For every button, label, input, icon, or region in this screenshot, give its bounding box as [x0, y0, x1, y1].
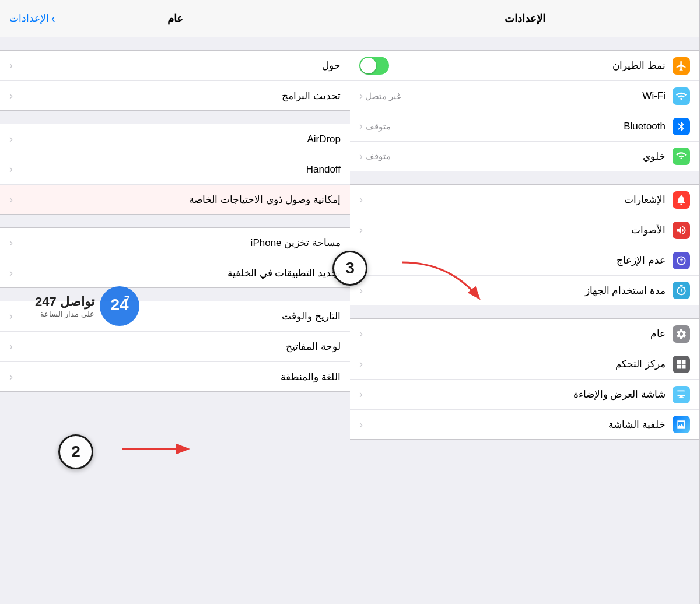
background-refresh-chevron: ‹ [9, 267, 13, 279]
back-button[interactable]: › الإعدادات [9, 12, 55, 25]
back-label: الإعدادات [9, 12, 49, 24]
language-chevron: ‹ [9, 371, 13, 383]
bluetooth-cell[interactable]: Bluetooth متوقف ‹ [350, 111, 699, 141]
iphone-storage-label: مساحة تخزين iPhone [13, 237, 341, 249]
bluetooth-label: Bluetooth [396, 121, 666, 132]
control-center-chevron: ‹ [359, 358, 363, 370]
about-chevron: ‹ [9, 59, 13, 72]
general-cell[interactable]: عام ‹ [350, 318, 699, 349]
general-icon [673, 325, 690, 343]
general-label: عام [365, 328, 666, 340]
bluetooth-value: متوقف [365, 121, 391, 132]
wifi-icon [673, 87, 690, 105]
cellular-icon [673, 148, 690, 165]
airplane-icon [673, 57, 690, 75]
display-cell[interactable]: شاشة العرض والإضاءة ‹ [350, 379, 699, 409]
about-label: حول [13, 59, 341, 72]
wifi-label: Wi-Fi [406, 90, 666, 102]
sounds-cell[interactable]: الأصوات ‹ [350, 215, 699, 245]
bluetooth-icon [673, 118, 690, 135]
right-info-group: حول ‹ تحديث البرامج ‹ [0, 50, 350, 111]
wallpaper-chevron: ‹ [359, 419, 363, 431]
handoff-cell[interactable]: Handoff ‹ [0, 154, 350, 184]
date-time-chevron: ‹ [9, 310, 13, 322]
general-chevron: ‹ [359, 328, 363, 340]
accessibility-cell[interactable]: إمكانية وصول ذوي الاحتياجات الخاصة ‹ [0, 184, 350, 215]
keyboard-chevron: ‹ [9, 340, 13, 353]
sounds-chevron: ‹ [359, 224, 363, 236]
dnd-icon [673, 252, 690, 269]
display-chevron: ‹ [359, 388, 363, 401]
keyboard-label: لوحة المفاتيح [13, 340, 341, 353]
airplane-label: نمط الطيران [394, 59, 666, 72]
handoff-label: Handoff [13, 164, 341, 175]
screentime-chevron: ‹ [359, 285, 363, 297]
screentime-icon [673, 282, 690, 299]
about-cell[interactable]: حول ‹ [0, 50, 350, 80]
iphone-storage-chevron: ‹ [9, 237, 13, 249]
background-refresh-cell[interactable]: تجديد التطبيقات في الخلفية ‹ [0, 258, 350, 288]
back-chevron-icon: › [51, 12, 55, 25]
airplane-cell[interactable]: نمط الطيران [350, 50, 699, 80]
language-cell[interactable]: اللغة والمنطقة ‹ [0, 361, 350, 392]
cellular-chevron: ‹ [359, 150, 363, 163]
display-label: شاشة العرض والإضاءة [365, 388, 666, 401]
airdrop-label: AirDrop [13, 134, 341, 145]
right-storage-group: مساحة تخزين iPhone ‹ تجديد التطبيقات في … [0, 227, 350, 288]
control-center-icon [673, 356, 690, 373]
right-sharing-group: AirDrop ‹ Handoff ‹ إمكانية وصول ذوي الا… [0, 124, 350, 215]
software-update-chevron: ‹ [9, 90, 13, 102]
cellular-cell[interactable]: خلوي متوقف ‹ [350, 141, 699, 171]
wifi-chevron: ‹ [359, 90, 363, 102]
airplane-toggle[interactable] [359, 57, 389, 75]
wallpaper-icon [673, 416, 690, 433]
sounds-label: الأصوات [365, 224, 666, 236]
accessibility-chevron: ‹ [9, 194, 13, 206]
background-refresh-label: تجديد التطبيقات في الخلفية [13, 267, 341, 279]
wallpaper-cell[interactable]: خلفية الشاشة ‹ [350, 409, 699, 440]
cellular-label: خلوي [396, 150, 666, 163]
notifications-cell[interactable]: الإشعارات ‹ [350, 184, 699, 215]
network-group: نمط الطيران Wi-Fi غير متصل ‹ Bluetooth [350, 50, 699, 171]
airdrop-cell[interactable]: AirDrop ‹ [0, 124, 350, 154]
left-title: الإعدادات [505, 12, 545, 25]
sounds-icon [673, 222, 690, 239]
wifi-cell[interactable]: Wi-Fi غير متصل ‹ [350, 80, 699, 111]
general-group: عام ‹ مركز التحكم ‹ شاشة العرض والإضاءة … [350, 318, 699, 440]
wallpaper-label: خلفية الشاشة [365, 419, 666, 431]
handoff-chevron: ‹ [9, 163, 13, 175]
keyboard-cell[interactable]: لوحة المفاتيح ‹ [0, 331, 350, 361]
bluetooth-chevron: ‹ [359, 120, 363, 132]
toggle-knob [360, 58, 376, 73]
software-update-cell[interactable]: تحديث البرامج ‹ [0, 80, 350, 111]
notifications-label: الإشعارات [365, 194, 666, 206]
accessibility-label: إمكانية وصول ذوي الاحتياجات الخاصة [13, 194, 341, 206]
notifications-chevron: ‹ [359, 194, 363, 206]
control-center-cell[interactable]: مركز التحكم ‹ [350, 349, 699, 379]
right-title: عام [167, 12, 183, 25]
right-header: عام › الإعدادات [0, 0, 350, 37]
language-label: اللغة والمنطقة [13, 371, 341, 383]
left-header: الإعدادات [350, 0, 699, 37]
cellular-value: متوقف [365, 151, 391, 161]
wifi-value: غير متصل [365, 91, 401, 101]
display-icon [673, 386, 690, 403]
software-update-label: تحديث البرامج [13, 90, 341, 102]
control-center-label: مركز التحكم [365, 358, 666, 370]
iphone-storage-cell[interactable]: مساحة تخزين iPhone ‹ [0, 227, 350, 258]
notifications-icon [673, 191, 690, 209]
airdrop-chevron: ‹ [9, 133, 13, 145]
